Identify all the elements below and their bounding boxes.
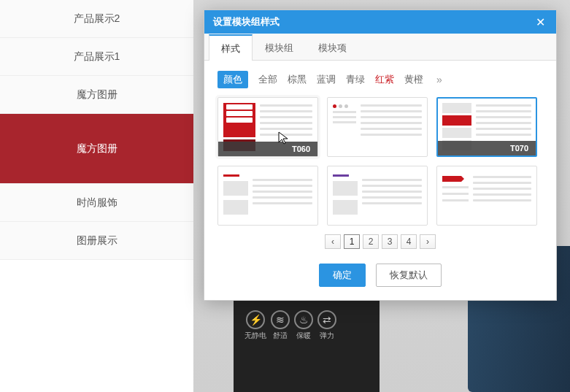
template-item[interactable] <box>327 166 428 226</box>
sidebar-item-2[interactable]: 魔方图册 <box>0 76 193 114</box>
tab-module-group[interactable]: 模块组 <box>253 34 306 61</box>
product-left <box>234 293 380 392</box>
page-1[interactable]: 1 <box>344 234 360 249</box>
tab-module-item[interactable]: 模块项 <box>306 34 359 61</box>
filter-brown-black[interactable]: 棕黑 <box>288 73 307 86</box>
page-4[interactable]: 4 <box>401 234 417 249</box>
dialog-tabs: 样式 模块组 模块项 <box>204 34 556 61</box>
badge-1: ≋舒适 <box>271 310 290 341</box>
fire-icon: ♨ <box>294 310 313 329</box>
badge-label: 保暖 <box>296 331 311 341</box>
sidebar-item-label: 图册展示 <box>77 234 118 247</box>
page-2[interactable]: 2 <box>363 234 379 249</box>
sidebar-item-label: 魔方图册 <box>77 142 118 155</box>
badge-label: 舒适 <box>273 331 288 341</box>
page-prev[interactable]: ‹ <box>325 234 341 249</box>
dialog-header[interactable]: 设置模块组样式 ✕ <box>204 10 556 34</box>
dialog-footer: 确定 恢复默认 <box>217 264 543 287</box>
template-item[interactable] <box>217 166 318 226</box>
stretch-icon: ⇄ <box>317 310 336 329</box>
sidebar-item-label: 时尚服饰 <box>77 196 118 210</box>
close-button[interactable]: ✕ <box>533 15 547 29</box>
page-next[interactable]: › <box>420 234 436 249</box>
tab-style[interactable]: 样式 <box>209 34 253 61</box>
template-item[interactable] <box>436 166 537 226</box>
dialog-title: 设置模块组样式 <box>213 15 280 28</box>
sidebar-item-4[interactable]: 时尚服饰 <box>0 184 193 222</box>
template-grid: T060 <box>217 97 543 226</box>
template-t060[interactable]: T060 <box>217 97 318 157</box>
pagination: ‹ 1 2 3 4 › <box>217 234 543 249</box>
template-id: T060 <box>292 145 310 153</box>
filter-teal[interactable]: 青绿 <box>346 73 365 86</box>
template-t070[interactable]: T070 <box>436 97 537 157</box>
badge-label: 无静电 <box>244 331 266 341</box>
tab-label: 样式 <box>221 43 240 54</box>
sidebar-item-1[interactable]: 产品展示1 <box>0 38 193 76</box>
product-badges: ⚡无静电 ≋舒适 ♨保暖 ⇄弹力 <box>244 310 336 341</box>
sidebar-item-label: 产品展示2 <box>74 12 120 26</box>
filter-blue[interactable]: 蓝调 <box>317 73 336 86</box>
template-label-overlay: T070 <box>438 141 536 155</box>
more-filters-icon[interactable]: » <box>434 74 445 85</box>
lightning-icon: ⚡ <box>246 310 265 329</box>
badge-label: 弹力 <box>320 331 334 341</box>
ok-button[interactable]: 确定 <box>319 264 366 287</box>
filter-red-purple[interactable]: 红紫 <box>375 73 394 86</box>
reset-button[interactable]: 恢复默认 <box>376 264 442 287</box>
sidebar-item-0[interactable]: 产品展示2 <box>0 0 193 38</box>
style-dialog: 设置模块组样式 ✕ 样式 模块组 模块项 颜色 全部 棕黑 蓝调 青绿 红紫 黄… <box>204 9 557 301</box>
filter-all[interactable]: 全部 <box>258 73 277 86</box>
template-item[interactable] <box>327 97 428 157</box>
filter-yellow-orange[interactable]: 黄橙 <box>404 73 423 86</box>
sidebar: 产品展示2 产品展示1 魔方图册 魔方图册 时尚服饰 图册展示 <box>0 0 193 392</box>
badge-2: ♨保暖 <box>294 310 313 341</box>
sidebar-item-3[interactable]: 魔方图册 <box>0 114 193 184</box>
tab-label: 模块项 <box>318 42 347 53</box>
wave-icon: ≋ <box>271 310 290 329</box>
sidebar-item-label: 产品展示1 <box>74 50 120 64</box>
badge-0: ⚡无静电 <box>244 310 266 341</box>
page-3[interactable]: 3 <box>382 234 398 249</box>
sidebar-item-5[interactable]: 图册展示 <box>0 222 193 260</box>
color-filters: 颜色 全部 棕黑 蓝调 青绿 红紫 黄橙 » <box>217 71 543 88</box>
filter-color-label: 颜色 <box>217 71 248 88</box>
sidebar-item-label: 魔方图册 <box>77 88 118 101</box>
template-label-overlay: T060 <box>218 142 317 156</box>
badge-3: ⇄弹力 <box>317 310 336 341</box>
dialog-body: 颜色 全部 棕黑 蓝调 青绿 红紫 黄橙 » T060 <box>204 61 556 300</box>
tab-label: 模块组 <box>265 42 293 53</box>
template-id: T070 <box>510 144 528 153</box>
